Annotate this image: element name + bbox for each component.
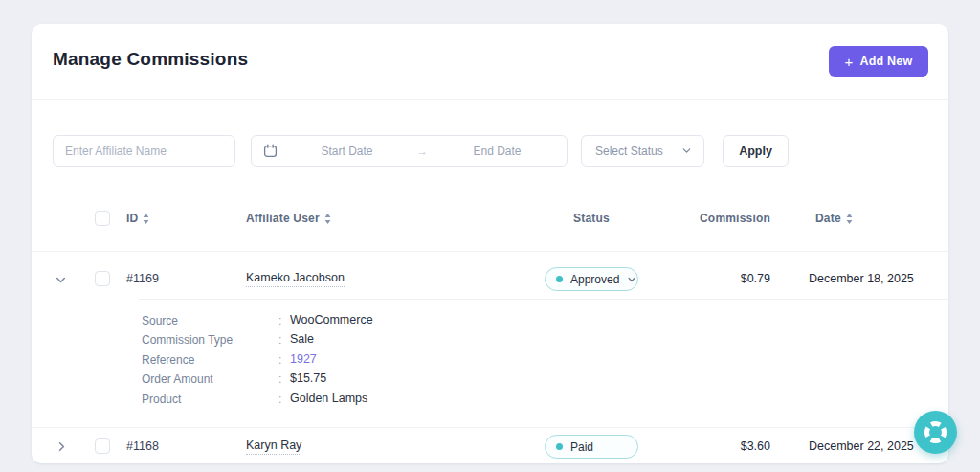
detail-colon: : — [278, 372, 281, 386]
chevron-down-icon — [627, 275, 636, 284]
detail-label: Source — [142, 314, 178, 327]
table-header-divider — [32, 251, 948, 252]
detail-colon: : — [278, 333, 281, 347]
expand-row-icon[interactable] — [56, 440, 68, 453]
header-divider — [32, 99, 948, 100]
commission-amount: $3.60 — [644, 439, 770, 453]
sort-icon[interactable] — [324, 214, 331, 224]
apply-button[interactable]: Apply — [723, 135, 789, 167]
status-label: Paid — [570, 440, 629, 454]
status-badge[interactable]: Paid — [545, 435, 638, 459]
chevron-down-icon — [681, 146, 692, 156]
column-label-status: Status — [573, 212, 610, 225]
column-label-date: Date — [815, 212, 841, 225]
detail-value-source: WooCommerce — [290, 313, 373, 326]
row-checkbox[interactable] — [95, 438, 110, 454]
status-dot — [556, 443, 563, 450]
select-all-checkbox[interactable] — [95, 211, 110, 226]
detail-label: Product — [142, 393, 181, 406]
sort-icon[interactable] — [143, 214, 149, 224]
status-label: Approved — [570, 273, 619, 286]
detail-value-reference-link[interactable]: 1927 — [290, 352, 317, 366]
date-range-picker[interactable]: Start Date → End Date — [251, 135, 568, 167]
lifebuoy-icon — [923, 419, 948, 445]
end-date-placeholder[interactable]: End Date — [428, 145, 567, 158]
help-button[interactable] — [914, 411, 957, 454]
plus-icon: + — [845, 55, 854, 69]
commission-id: #1169 — [126, 272, 159, 285]
column-header-id[interactable]: ID — [126, 212, 149, 225]
status-select[interactable]: Select Status — [581, 135, 704, 167]
affiliate-name-input[interactable] — [53, 135, 235, 167]
commission-amount: $0.79 — [644, 272, 770, 285]
detail-label: Reference — [142, 353, 194, 367]
detail-label: Commission Type — [142, 333, 233, 347]
add-new-label: Add New — [860, 55, 913, 68]
detail-colon: : — [278, 314, 281, 327]
commission-id: #1168 — [126, 439, 159, 453]
row-checkbox[interactable] — [95, 271, 110, 286]
status-badge[interactable]: Approved — [545, 267, 638, 291]
collapse-row-icon[interactable] — [55, 274, 67, 286]
status-dot — [556, 276, 563, 282]
commission-date: December 18, 2025 — [809, 272, 914, 285]
add-new-button[interactable]: + Add New — [829, 46, 928, 77]
status-select-value: Select Status — [595, 145, 663, 158]
page-title: Manage Commissions — [53, 49, 248, 70]
start-date-placeholder[interactable]: Start Date — [278, 145, 416, 158]
detail-colon: : — [278, 353, 281, 367]
row-detail-divider — [139, 299, 948, 300]
commissions-card: Manage Commissions + Add New Start Date … — [32, 24, 948, 463]
column-label-affiliate-user: Affiliate User — [246, 212, 320, 225]
column-label-commission: Commission — [700, 212, 770, 225]
detail-value-commission-type: Sale — [290, 332, 314, 346]
detail-value-order-amount: $15.75 — [290, 371, 326, 385]
arrow-right-icon: → — [416, 145, 428, 158]
detail-label: Order Amount — [142, 372, 213, 386]
detail-colon: : — [278, 393, 281, 406]
column-header-affiliate-user[interactable]: Affiliate User — [246, 212, 331, 225]
column-header-commission: Commission — [644, 212, 770, 225]
column-header-date[interactable]: Date — [815, 212, 853, 225]
commission-date: December 22, 2025 — [809, 439, 914, 453]
column-label-id: ID — [126, 212, 138, 225]
affiliate-user-link[interactable]: Karyn Ray — [246, 438, 301, 455]
detail-value-product: Golden Lamps — [290, 392, 368, 405]
calendar-icon — [263, 144, 278, 158]
affiliate-user-link[interactable]: Kameko Jacobson — [246, 271, 345, 287]
row-divider — [32, 427, 948, 428]
sort-icon[interactable] — [846, 214, 853, 224]
